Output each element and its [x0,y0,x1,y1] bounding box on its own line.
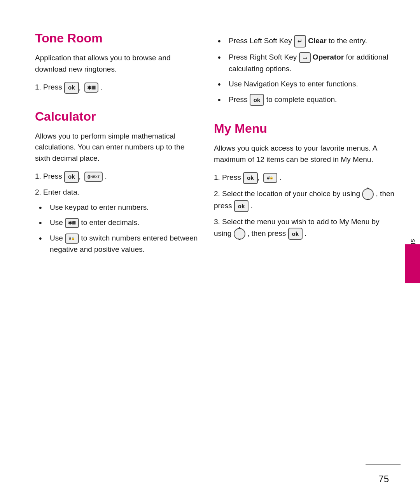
bullet-hash: Use #🔒 to switch numbers entered between… [39,232,198,255]
hash-key-inline: #🔒 [65,234,79,244]
my-menu-section: My Menu Allows you quick access to your … [214,121,397,240]
bullet-keypad: Use keypad to enter numbers. [39,202,198,213]
bullet-left-soft-key: Press Left Soft Key ↵ Clear to the entry… [218,35,397,47]
sidebar-pink-bar [405,244,420,283]
tone-room-description: Application that allows you to browse an… [35,53,198,75]
ok-key: ok [64,82,79,94]
my-menu-step1: 1. Press ok, #🔒 . [214,172,397,184]
calculator-bullet-list: Use keypad to enter numbers. Use ✱⬛ to e… [39,202,198,255]
left-soft-key-icon: ↵ [294,35,306,47]
ok-key-complete: ok [250,94,264,106]
bullet-right-soft-key: Press Right Soft Key ▭ Operator for addi… [218,51,397,74]
page-number: 75 [378,474,389,485]
left-column: Tone Room Application that allows you to… [35,31,198,473]
main-content: Tone Room Application that allows you to… [0,0,420,504]
zero-next-key: 0NEXT [84,172,103,182]
ok-key-2: ok [64,171,79,183]
bullet-star: Use ✱⬛ to enter decimals. [39,217,198,228]
nav-key-up-down: ⌃⌄ [362,188,374,200]
calculator-description: Allows you to perform simple mathematica… [35,131,198,164]
calculator-section: Calculator Allows you to perform simple … [35,109,198,255]
my-menu-description: Allows you quick access to your favorite… [214,143,397,165]
hash-space-key: #🔒 [263,173,277,183]
star-key-inline: ✱⬛ [65,218,79,228]
ok-key-step3: ok [288,228,303,240]
tone-room-section: Tone Room Application that allows you to… [35,31,198,94]
right-column: Press Left Soft Key ↵ Clear to the entry… [214,31,397,473]
calculator-step1: 1. Press ok, 0NEXT . [35,171,198,183]
divider-line [366,464,401,465]
ok-key-mymenu: ok [243,172,258,184]
calculator-title: Calculator [35,109,198,124]
page-container: Tone Room Application that allows you to… [0,0,420,504]
right-soft-key-icon: ▭ [299,52,311,63]
bullet-ok-complete: Press ok to complete equation. [218,94,397,106]
calculator-right-bullets: Press Left Soft Key ↵ Clear to the entry… [214,35,397,106]
my-menu-step2: 2. Select the location of your choice by… [214,188,397,212]
my-menu-title: My Menu [214,121,397,136]
ok-key-step2: ok [234,200,249,212]
sidebar-tab: Settings [405,227,420,277]
star-shift-key: ✱⬛ [84,83,98,93]
tone-room-title: Tone Room [35,31,198,46]
calculator-step2: 2. Enter data. [35,187,198,198]
nav-key-up-down-2: ⌃⌄ [234,228,245,240]
bullet-nav-keys: Use Navigation Keys to enter functions. [218,78,397,90]
tone-room-step1: 1. Press ok, ✱⬛ . [35,82,198,94]
calc-right-bullet-list: Press Left Soft Key ↵ Clear to the entry… [218,35,397,106]
my-menu-step3: 3. Select the menu you wish to add to My… [214,216,397,240]
